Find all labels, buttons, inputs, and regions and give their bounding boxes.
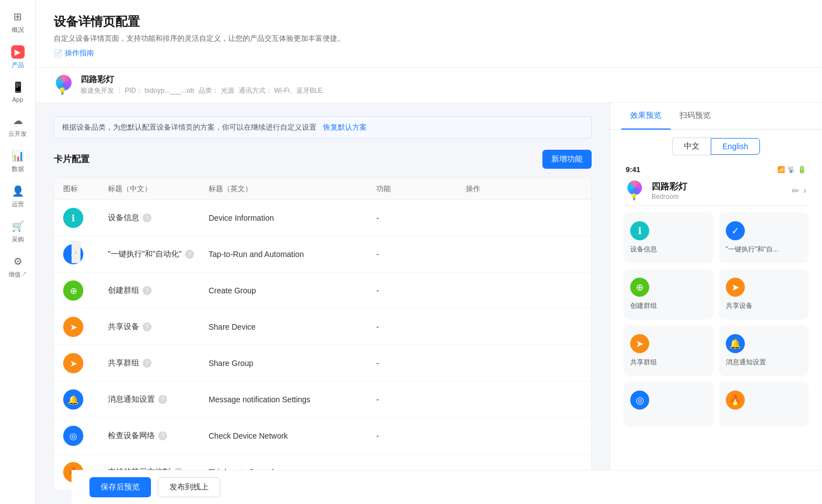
table-row: ➤ 共享设备 ? Share Device - [54, 309, 591, 345]
status-icons: 📶 📡 🔋 [777, 165, 806, 174]
publish-button[interactable]: 发布到线上 [158, 477, 220, 497]
main-content: 设备详情页配置 自定义设备详情页面，支持功能和排序的灵活自定义，让您的产品交互体… [36, 0, 822, 504]
table-row: ➤ 共享群组 ? Share Group - [54, 345, 591, 382]
config-panel: 根据设备品类，为您默认配置设备详情页的方案，你可以在继续进行自定义设置 恢复默认… [36, 103, 610, 504]
notice-text: 根据设备品类，为您默认配置设备详情页的方案，你可以在继续进行自定义设置 [62, 122, 316, 132]
operations-icon: 👤 [11, 184, 25, 198]
info-tooltip-icon[interactable]: ? [143, 286, 152, 295]
guide-link[interactable]: 📄 操作指南 [54, 48, 804, 58]
col-action: 操作 [466, 184, 511, 194]
card-config-title: 卡片配置 [54, 154, 89, 165]
edit-icon[interactable]: ✏ [792, 186, 799, 196]
row-title-cn-2: "一键执行"和"自动化" ? [108, 249, 209, 259]
phone-device-sub: Bedroom [651, 193, 687, 201]
card-config-header: 卡片配置 新增功能 [54, 150, 592, 169]
preview-panel: 效果预览 扫码预览 中文 English 9:41 📶 📡 🔋 [610, 103, 822, 504]
preview-card-create-group: ⊕ 创建群组 [623, 269, 714, 320]
row-icon-share-group: ➤ [63, 353, 83, 373]
col-title-cn: 标题（中文） [108, 184, 209, 194]
info-tooltip-icon[interactable]: ? [158, 431, 167, 440]
save-preview-button[interactable]: 保存后预览 [89, 477, 151, 497]
preview-card-label-1: 设备信息 [630, 245, 657, 254]
sidebar-item-label: 概况 [12, 26, 24, 34]
sidebar-item-cloud[interactable]: ☁ 云开发 [0, 108, 35, 144]
sidebar-item-data[interactable]: 📊 数据 [0, 144, 35, 179]
row-func-5: - [376, 359, 466, 368]
row-func-7: - [376, 431, 466, 440]
row-title-cn-7: 检查设备网络 ? [108, 431, 209, 441]
tab-qr-preview[interactable]: 扫码预览 [670, 103, 720, 130]
preview-card-label-6: 消息通知设置 [726, 358, 766, 367]
preview-card-device-info: ℹ 设备信息 [623, 212, 714, 263]
preview-card-icon-7: ◎ [630, 391, 649, 410]
config-table: 图标 标题（中文） 标题（英文） 功能 操作 ℹ 设备信息 ? Device I… [54, 178, 592, 491]
sidebar-item-label: 产品 [12, 61, 24, 69]
add-function-button[interactable]: 新增功能 [542, 150, 592, 169]
preview-card-tap-to-run: ✓ "一键执行"和"自... [719, 212, 809, 263]
preview-card-notification: 🔔 消息通知设置 [719, 325, 809, 376]
sidebar-item-extra[interactable]: ⚙ 增值↗ [0, 249, 35, 284]
preview-card-share-group: ➤ 共享群组 [623, 325, 714, 376]
info-tooltip-icon[interactable]: ? [143, 322, 152, 331]
row-func-1: - [376, 213, 466, 222]
page-header: 设备详情页配置 自定义设备详情页面，支持功能和排序的灵活自定义，让您的产品交互体… [36, 0, 822, 68]
row-func-4: - [376, 322, 466, 331]
table-row: ✓ "一键执行"和"自动化" ? Tap-to-Run and Automati… [54, 236, 591, 273]
info-tooltip-icon[interactable]: ? [143, 359, 152, 368]
sidebar: ⊞ 概况 ▶ 产品 📱 App ☁ 云开发 📊 数据 👤 运营 🛒 采购 ⚙ 增… [0, 0, 36, 504]
phone-device-header: 💡 四路彩灯 Bedroom ✏ › [621, 176, 811, 206]
row-title-cn-3: 创建群组 ? [108, 286, 209, 296]
row-title-cn-4: 共享设备 ? [108, 322, 209, 332]
phone-device-info: 四路彩灯 Bedroom [651, 181, 687, 201]
preview-cards-grid: ℹ 设备信息 ✓ "一键执行"和"自... ⊕ 创建群组 [621, 212, 811, 426]
tab-effect-preview[interactable]: 效果预览 [621, 103, 670, 130]
preview-card-label-5: 共享群组 [630, 358, 657, 367]
guide-doc-icon: 📄 [54, 49, 63, 58]
table-row: ⊕ 创建群组 ? Create Group - [54, 273, 591, 309]
device-details: 四路彩灯 极速免开发 | PID： tsdoyp...___...ob 品类： … [81, 74, 323, 96]
purchase-icon: 🛒 [11, 220, 25, 233]
info-tooltip-icon[interactable]: ? [143, 213, 152, 222]
table-row: 🔔 消息通知设置 ? Message notification Settings… [54, 382, 591, 418]
lang-switcher: 中文 English [610, 130, 822, 163]
row-icon-check-network: ◎ [63, 426, 83, 446]
chevron-right-icon[interactable]: › [804, 186, 806, 196]
info-tooltip-icon[interactable]: ? [158, 395, 167, 404]
preview-card-icon-1: ℹ [630, 221, 649, 240]
sidebar-item-label: 数据 [12, 165, 24, 173]
page-title: 设备详情页配置 [54, 13, 804, 30]
preview-card-check-network: ◎ [623, 382, 714, 426]
sidebar-item-operations[interactable]: 👤 运营 [0, 179, 35, 214]
device-info-bar: 💡 四路彩灯 极速免开发 | PID： tsdoyp...___...ob 品类… [36, 68, 822, 103]
preview-card-third-party: 🔥 [719, 382, 809, 426]
sidebar-item-overview[interactable]: ⊞ 概况 [0, 4, 35, 40]
col-icon: 图标 [63, 184, 108, 194]
row-icon-create-group: ⊕ [63, 280, 83, 301]
sidebar-item-label: 运营 [12, 200, 24, 208]
phone-time: 9:41 [626, 165, 640, 174]
row-title-cn-5: 共享群组 ? [108, 358, 209, 368]
phone-device-icon: 💡 [626, 180, 646, 201]
sidebar-item-purchase[interactable]: 🛒 采购 [0, 214, 35, 249]
lang-en-button[interactable]: English [711, 138, 760, 155]
preview-card-icon-3: ⊕ [630, 278, 649, 297]
sidebar-item-product[interactable]: ▶ 产品 [0, 40, 35, 75]
table-header: 图标 标题（中文） 标题（英文） 功能 操作 [54, 178, 591, 200]
table-row: ◎ 检查设备网络 ? Check Device Network - [54, 418, 591, 454]
row-func-2: - [376, 250, 466, 259]
info-tooltip-icon[interactable]: ? [185, 250, 194, 259]
row-title-cn-6: 消息通知设置 ? [108, 394, 209, 405]
row-icon-device-info: ℹ [63, 208, 83, 228]
device-name: 四路彩灯 [81, 74, 323, 85]
lang-cn-button[interactable]: 中文 [672, 137, 711, 155]
phone-preview: 9:41 📶 📡 🔋 💡 四路彩灯 Bedroom [610, 163, 822, 504]
preview-card-share-device: ➤ 共享设备 [719, 269, 809, 320]
sidebar-item-app[interactable]: 📱 App [0, 75, 35, 108]
notice-bar: 根据设备品类，为您默认配置设备详情页的方案，你可以在继续进行自定义设置 恢复默认… [54, 116, 592, 139]
restore-default-link[interactable]: 恢复默认方案 [323, 122, 367, 132]
wifi-icon: 📡 [787, 166, 795, 173]
preview-card-icon-4: ➤ [726, 278, 745, 297]
col-function: 功能 [376, 184, 466, 194]
collapse-sidebar-button[interactable]: › [72, 241, 81, 263]
sidebar-item-label: 采购 [12, 235, 24, 244]
